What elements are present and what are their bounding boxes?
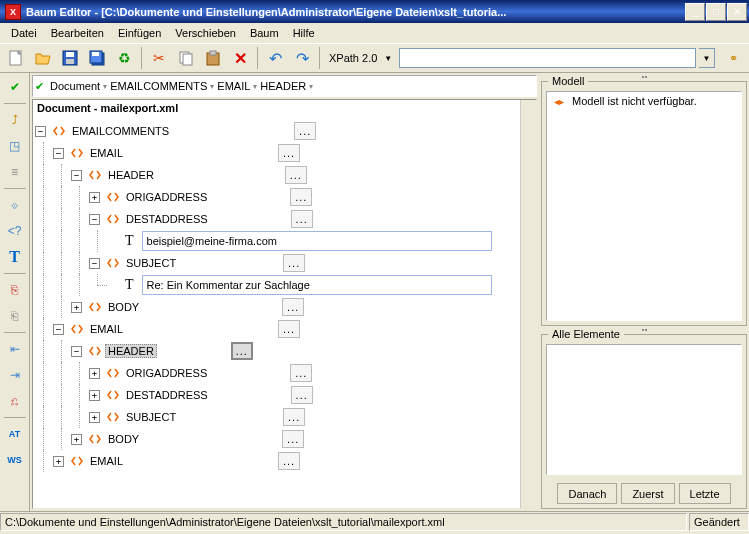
saveall-button[interactable] <box>85 46 109 70</box>
undo-button[interactable]: ↶ <box>263 46 287 70</box>
node-options-button[interactable]: ... <box>291 386 313 404</box>
tree-row[interactable]: +DESTADDRESS... <box>35 384 534 406</box>
node-label[interactable]: BODY <box>105 432 142 446</box>
close-button[interactable]: ✕ <box>727 3 747 21</box>
expander[interactable]: + <box>71 302 82 313</box>
tree-tool-10[interactable]: ⎌ <box>3 389 27 413</box>
xpath-dropdown[interactable]: ▼ <box>699 48 715 68</box>
maximize-button[interactable]: □ <box>706 3 726 21</box>
tree-row[interactable]: −HEADER... <box>35 164 534 186</box>
node-label[interactable]: EMAIL <box>87 146 126 160</box>
tree-row[interactable]: −EMAILCOMMENTS... <box>35 120 534 142</box>
tree-row[interactable]: +EMAIL... <box>35 450 534 472</box>
expander[interactable]: + <box>71 434 82 445</box>
tree-row[interactable]: +ORIGADDRESS... <box>35 362 534 384</box>
expander[interactable]: − <box>53 324 64 335</box>
tree-tool-3[interactable]: ≡ <box>3 160 27 184</box>
node-label[interactable]: HEADER <box>105 168 157 182</box>
tree-scrollbar[interactable] <box>520 100 536 508</box>
expander[interactable]: − <box>35 126 46 137</box>
node-options-button[interactable]: ... <box>278 320 300 338</box>
cut-button[interactable]: ✂ <box>147 46 171 70</box>
expander[interactable]: − <box>71 346 82 357</box>
node-options-button[interactable]: ... <box>283 408 305 426</box>
link-button[interactable]: ⚭ <box>721 46 745 70</box>
tree-row[interactable]: −EMAIL... <box>35 142 534 164</box>
tree-row[interactable]: T <box>35 230 534 252</box>
check-icon[interactable]: ✔ <box>3 75 27 99</box>
node-options-button[interactable]: ... <box>294 122 316 140</box>
node-options-button[interactable]: ... <box>282 430 304 448</box>
minimize-button[interactable]: _ <box>685 3 705 21</box>
expander[interactable]: + <box>53 456 64 467</box>
at-icon[interactable]: AT <box>3 422 27 446</box>
delete-button[interactable]: ✕ <box>228 46 252 70</box>
node-label[interactable]: EMAIL <box>87 454 126 468</box>
node-options-button[interactable]: ... <box>282 298 304 316</box>
text-icon[interactable]: T <box>3 245 27 269</box>
node-label[interactable]: SUBJECT <box>123 256 179 270</box>
tree-tool-4[interactable]: ⟐ <box>3 193 27 217</box>
menu-hilfe[interactable]: Hilfe <box>286 25 322 41</box>
node-label[interactable]: HEADER <box>105 344 157 358</box>
node-label[interactable]: DESTADDRESS <box>123 388 211 402</box>
node-options-button[interactable]: ... <box>290 188 312 206</box>
menu-verschieben[interactable]: Verschieben <box>168 25 243 41</box>
breadcrumb-document[interactable]: Document <box>47 80 103 92</box>
node-label[interactable]: BODY <box>105 300 142 314</box>
expander[interactable]: + <box>89 412 100 423</box>
copy-button[interactable] <box>174 46 198 70</box>
redo-button[interactable]: ↷ <box>290 46 314 70</box>
node-label[interactable]: EMAIL <box>87 322 126 336</box>
open-button[interactable] <box>31 46 55 70</box>
tree-row[interactable]: T <box>35 274 534 296</box>
node-label[interactable]: EMAILCOMMENTS <box>69 124 172 138</box>
expander[interactable]: − <box>89 258 100 269</box>
elements-list[interactable] <box>546 344 742 475</box>
tree-row[interactable]: −SUBJECT... <box>35 252 534 274</box>
node-options-button[interactable]: ... <box>278 144 300 162</box>
tree-tool-1[interactable]: ⤴ <box>3 108 27 132</box>
tree-row[interactable]: +SUBJECT... <box>35 406 534 428</box>
breadcrumb-emailcomments[interactable]: EMAILCOMMENTS <box>107 80 210 92</box>
node-options-button[interactable]: ... <box>283 254 305 272</box>
menu-einfügen[interactable]: Einfügen <box>111 25 168 41</box>
xpath-version-dropdown[interactable]: ▼ <box>384 54 392 63</box>
tree-row[interactable]: −DESTADDRESS... <box>35 208 534 230</box>
tree-tool-6[interactable]: ⎘ <box>3 278 27 302</box>
node-options-button[interactable]: ... <box>290 364 312 382</box>
menu-datei[interactable]: Datei <box>4 25 44 41</box>
tree-row[interactable]: −EMAIL... <box>35 318 534 340</box>
node-label[interactable]: ORIGADDRESS <box>123 190 210 204</box>
node-label[interactable]: SUBJECT <box>123 410 179 424</box>
tree-tool-9[interactable]: ⇥ <box>3 363 27 387</box>
text-value[interactable] <box>142 275 492 295</box>
tree-tool-8[interactable]: ⇤ <box>3 337 27 361</box>
xpath-input[interactable] <box>399 48 696 68</box>
tree-view[interactable]: Document - mailexport.xml −EMAILCOMMENTS… <box>32 99 537 509</box>
tree-row[interactable]: +BODY... <box>35 428 534 450</box>
node-options-button[interactable]: ... <box>231 342 253 360</box>
expander[interactable]: − <box>71 170 82 181</box>
tree-tool-2[interactable]: ◳ <box>3 134 27 158</box>
node-options-button[interactable]: ... <box>285 166 307 184</box>
recycle-button[interactable]: ♻ <box>112 46 136 70</box>
expander[interactable]: − <box>53 148 64 159</box>
tree-row[interactable]: +ORIGADDRESS... <box>35 186 534 208</box>
tree-tool-5[interactable]: <? <box>3 219 27 243</box>
menu-baum[interactable]: Baum <box>243 25 286 41</box>
tree-row[interactable]: −HEADER... <box>35 340 534 362</box>
danach-button[interactable]: Danach <box>557 483 617 504</box>
zuerst-button[interactable]: Zuerst <box>621 483 674 504</box>
expander[interactable]: − <box>89 214 100 225</box>
node-options-button[interactable]: ... <box>278 452 300 470</box>
tree-tool-7[interactable]: ⎗ <box>3 304 27 328</box>
breadcrumb-header[interactable]: HEADER <box>257 80 309 92</box>
new-button[interactable] <box>4 46 28 70</box>
ws-icon[interactable]: WS <box>3 448 27 472</box>
text-value[interactable] <box>142 231 492 251</box>
save-button[interactable] <box>58 46 82 70</box>
expander[interactable]: + <box>89 192 100 203</box>
breadcrumb-separator[interactable]: ▾ <box>309 82 313 91</box>
pathbar-check-icon[interactable]: ✔ <box>35 80 44 93</box>
